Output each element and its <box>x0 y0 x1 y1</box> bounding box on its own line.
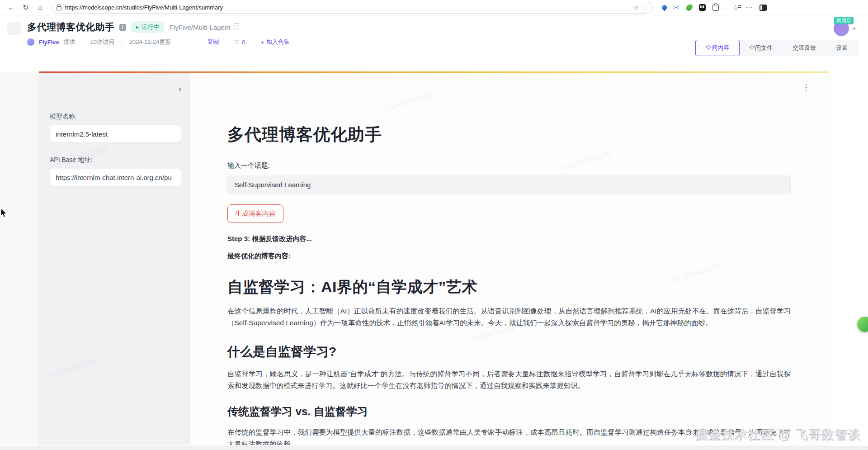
sidebar-collapse-icon[interactable]: ‹ <box>179 85 181 94</box>
app-title: 多代理博客优化助手 <box>227 123 829 146</box>
extensions-puzzle-icon[interactable] <box>712 5 719 11</box>
copy-repo-icon[interactable] <box>233 25 237 29</box>
copy-button[interactable]: 复制 <box>207 38 219 46</box>
browser-extensions: ✂ ☆ ⋯ <box>662 4 767 12</box>
chevron-down-icon[interactable]: ▾ <box>853 26 855 32</box>
browser-refresh-button[interactable]: ↻ <box>20 2 32 14</box>
status-badge: ▶ 运行中 <box>131 21 165 33</box>
add-collection-button[interactable]: + 加入合集 <box>260 38 290 46</box>
tab-settings[interactable]: 设置 <box>826 40 858 56</box>
separator: ｜ <box>80 38 86 46</box>
blog-paragraph: 自监督学习，顾名思义，是一种让机器“自学成才”的方法。与传统的监督学习不同，后者… <box>227 368 791 392</box>
like-count: 0 <box>242 39 245 46</box>
topic-label: 输入一个话题: <box>227 161 829 170</box>
blog-paragraph: 在传统的监督学习中，我们需要为模型提供大量的标注数据，这些数据通常由人类专家手动… <box>227 426 791 445</box>
tab-feedback[interactable]: 交流反馈 <box>783 40 826 56</box>
like-button[interactable]: ♡ 0 <box>234 39 245 46</box>
lock-icon <box>57 6 61 10</box>
play-icon: ▶ <box>136 25 139 29</box>
provider-name[interactable]: FlyFive <box>39 39 59 46</box>
mouse-cursor <box>0 208 8 218</box>
extension-bird-icon[interactable] <box>685 3 693 11</box>
tab-space-content[interactable]: 空间内容 <box>695 40 740 56</box>
new-message-badge: 新消息 <box>834 17 854 24</box>
plus-icon: + <box>260 39 264 46</box>
page-bottom-strip <box>0 446 868 450</box>
browser-chrome: ← ↻ ⌂ https://modelscope.cn/studios/FlyF… <box>0 0 868 15</box>
studio-header: 多代理博客优化助手 i ▶ 运行中 FlyFive/Multi-Lagent F… <box>0 15 868 56</box>
repo-path[interactable]: FlyFive/Multi-Lagent <box>169 24 230 31</box>
generate-blog-button[interactable]: 生成博客内容 <box>227 204 283 223</box>
updated-date: 2024-12-24更新 <box>129 38 171 46</box>
modelscope-watermark: modelscope <box>47 355 99 381</box>
topic-input[interactable] <box>227 175 791 194</box>
page-left-gutter <box>0 71 39 445</box>
info-icon[interactable]: i <box>119 24 126 31</box>
api-base-label: API Base 地址: <box>50 156 181 164</box>
step-status-text: Step 3: 根据反馈改进内容... <box>227 235 829 243</box>
app-main: ⋮ 多代理博客优化助手 输入一个话题: 生成博客内容 Step 3: 根据反馈改… <box>190 73 829 445</box>
blog-paragraph: 在这个信息爆炸的时代，人工智能（AI）正以前所未有的速度改变着我们的生活。从语音… <box>227 305 791 329</box>
heart-icon: ♡ <box>234 39 240 46</box>
browser-menu-icon[interactable]: ⋯ <box>745 4 753 12</box>
separator: ｜ <box>119 38 125 46</box>
visit-count: 10次访问 <box>90 38 114 46</box>
blog-title: 自监督学习：AI界的“自学成才”艺术 <box>227 277 829 298</box>
favorites-list-icon[interactable]: ☆ <box>733 4 739 12</box>
studio-tabs: 空间内容 空间文件 交流反馈 设置 <box>695 40 858 56</box>
back-button[interactable] <box>7 22 21 35</box>
page-title: 多代理博客优化助手 <box>27 21 115 33</box>
extension-panda-icon[interactable] <box>699 4 706 11</box>
model-name-label: 模型名称: <box>50 113 181 121</box>
modelscope-watermark: modelscope <box>384 88 436 114</box>
status-label: 运行中 <box>142 23 159 31</box>
blog-subsection-heading: 传统监督学习 vs. 自监督学习 <box>227 404 829 419</box>
app-sidebar: ‹ 模型名称: API Base 地址: modelscope modelsco… <box>39 73 190 445</box>
extension-drop-icon[interactable] <box>661 4 668 11</box>
tab-space-files[interactable]: 空间文件 <box>739 40 783 56</box>
final-content-label: 最终优化的博客内容: <box>227 252 829 261</box>
extension-scissors-icon[interactable]: ✂ <box>674 4 679 12</box>
breadcrumb[interactable]: FlyFive/Multi-Lagent <box>169 24 237 31</box>
add-collection-label: 加入合集 <box>266 38 290 46</box>
address-bar[interactable]: https://modelscope.cn/studios/FlyFive/Mu… <box>52 2 653 14</box>
blog-section-heading: 什么是自监督学习? <box>227 343 829 360</box>
url-text[interactable]: https://modelscope.cn/studios/FlyFive/Mu… <box>65 4 630 11</box>
provider-avatar <box>27 38 34 46</box>
browser-back-button[interactable]: ← <box>5 2 17 14</box>
model-name-input[interactable] <box>50 125 181 142</box>
gradio-app: ‹ 模型名称: API Base 地址: modelscope modelsco… <box>39 71 829 445</box>
api-base-input[interactable] <box>50 169 181 186</box>
provider-suffix: 提供 <box>64 38 75 46</box>
sidebar-panel-icon[interactable] <box>760 5 767 11</box>
browser-home-button[interactable]: ⌂ <box>34 2 46 14</box>
toolbar-divider <box>726 4 726 11</box>
bookmark-star-icon[interactable]: ☆ <box>642 4 648 11</box>
reader-mode-icon[interactable]: ↺ <box>633 4 639 11</box>
kebab-menu-icon[interactable]: ⋮ <box>802 83 810 93</box>
